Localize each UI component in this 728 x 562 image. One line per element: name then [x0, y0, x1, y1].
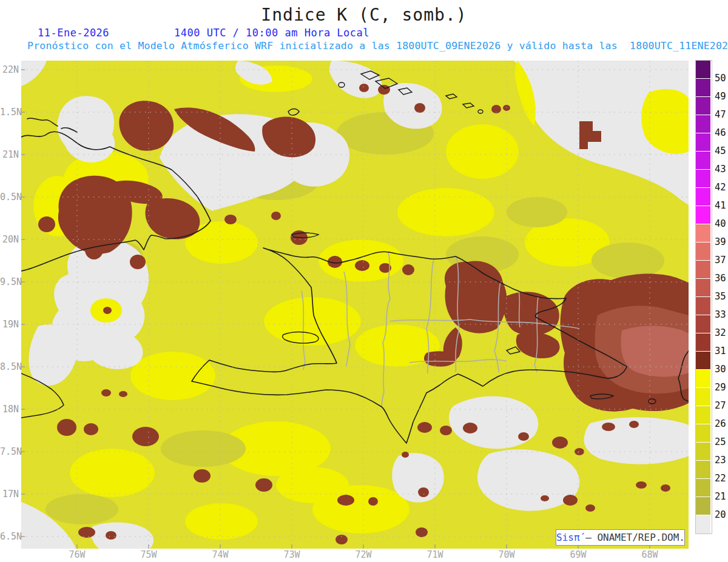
colorbar-cell: [696, 261, 710, 279]
colorbar-cell: [696, 315, 710, 333]
colorbar-cell: [696, 388, 710, 406]
lat-label: 21N: [0, 149, 20, 160]
colorbar-tick-label: 30: [715, 364, 728, 375]
colorbar-cell: [696, 279, 710, 297]
colorbar-cell: [696, 352, 710, 370]
colorbar-tick-label: 35.2: [715, 291, 728, 302]
watermark-org: – ONAMET/REP.DOM.: [580, 532, 685, 543]
colorbar-tick-label: 37.8: [715, 255, 728, 266]
colorbar-cell: [696, 115, 710, 133]
colorbar-cell: [696, 424, 710, 443]
colorbar-tick-label: 23.9: [715, 455, 728, 466]
colorbar-cell: [696, 224, 710, 243]
colorbar-cell: [696, 243, 710, 261]
colorbar-cell: [696, 61, 710, 79]
colorbar-tick-label: 40: [715, 218, 728, 229]
lat-label: 22N: [0, 64, 20, 75]
lon-label: 72W: [349, 549, 378, 560]
colorbar: [695, 60, 712, 534]
colorbar-cell: [696, 406, 710, 424]
colorbar-tick-label: 33.9: [715, 309, 728, 320]
lat-label: 6.5N: [0, 531, 20, 542]
colorbar-tick-label: 29.1: [715, 382, 728, 393]
lon-label: 74W: [206, 549, 235, 560]
colorbar-cell: [696, 515, 710, 534]
colorbar-tick-label: 43.9: [715, 164, 728, 175]
lat-label: 0.5N: [0, 192, 20, 202]
lon-label: 68W: [635, 549, 664, 560]
colorbar-tick-label: 49.1: [715, 91, 728, 102]
colorbar-cell: [696, 97, 710, 115]
lon-label: 71W: [420, 549, 450, 560]
lat-label: 18N: [0, 404, 20, 415]
colorbar-cell: [696, 188, 710, 206]
watermark-box: Sisπ́ – ONAMET/REP.DOM.: [556, 529, 685, 546]
lon-label: 69W: [564, 549, 593, 560]
colorbar-cell: [696, 170, 710, 188]
lat-label: 20N: [0, 234, 20, 245]
colorbar-cell: [696, 79, 710, 97]
colorbar-tick-label: 45.2: [715, 146, 728, 156]
colorbar-tick-label: 22.6: [715, 473, 728, 484]
colorbar-tick-label: 21.3: [715, 491, 728, 502]
colorbar-tick-label: 36.5: [715, 273, 728, 284]
colorbar-cell: [696, 152, 710, 170]
forecast-description: Pronóstico con el Modelo Atmósferico WRF…: [27, 40, 728, 52]
colorbar-cell: [696, 479, 710, 497]
colorbar-tick-label: 20: [715, 509, 728, 520]
colorbar-cell: [696, 133, 710, 152]
colorbar-cell: [696, 370, 710, 388]
lat-label: 1.5N: [0, 107, 20, 118]
colorbar-tick-label: 39.1: [715, 236, 728, 247]
valid-date: 11-Ene-2026: [38, 27, 109, 39]
colorbar-tick-label: 50: [715, 73, 728, 84]
k-index-map: [21, 61, 689, 549]
colorbar-cell: [696, 297, 710, 315]
colorbar-cell: [696, 333, 710, 352]
colorbar-tick-label: 47.8: [715, 109, 728, 120]
colorbar-cell: [696, 443, 710, 461]
valid-time: 1400 UTC / 10:00 am Hora Local: [174, 27, 369, 39]
colorbar-tick-label: 41.3: [715, 200, 728, 211]
map-canvas: [21, 61, 689, 549]
colorbar-tick-label: 27.8: [715, 400, 728, 411]
lat-label: 7.5N: [0, 446, 20, 457]
colorbar-tick-label: 42.6: [715, 182, 728, 193]
weather-map-figure: Indice K (C, somb.) 11-Ene-2026 1400 UTC…: [0, 0, 728, 562]
lat-label: 8.5N: [0, 361, 20, 372]
lon-label: 70W: [492, 549, 521, 560]
colorbar-cell: [696, 461, 710, 479]
sispi-logo: Sisπ́: [556, 532, 580, 543]
colorbar-tick-label: 32.6: [715, 327, 728, 338]
lon-label: 73W: [277, 549, 306, 560]
lat-label: 17N: [0, 489, 20, 500]
lat-label: 9.5N: [0, 276, 20, 287]
colorbar-tick-label: 46.5: [715, 127, 728, 138]
page-title: Indice K (C, somb.): [0, 5, 728, 25]
colorbar-cell: [696, 497, 710, 515]
lon-label: 76W: [62, 549, 92, 560]
colorbar-tick-label: 25.2: [715, 437, 728, 447]
colorbar-tick-label: 26.5: [715, 418, 728, 429]
colorbar-cell: [696, 206, 710, 224]
lon-label: 75W: [134, 549, 163, 560]
lat-label: 19N: [0, 319, 20, 330]
colorbar-tick-label: 31.3: [715, 346, 728, 356]
